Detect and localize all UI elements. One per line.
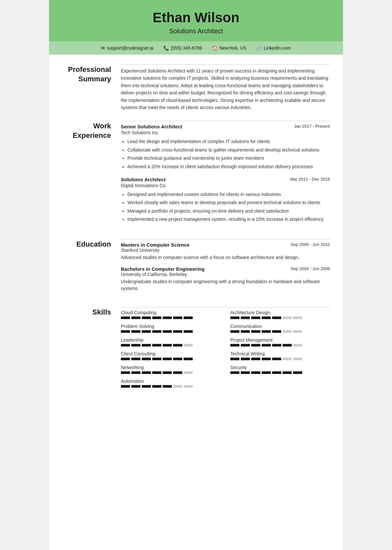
skill-segment-1-3 — [262, 316, 271, 319]
skill-name-9: Security — [230, 365, 330, 370]
edu-entry-2: Bachelors in Computer Engineering Sep 20… — [121, 266, 330, 292]
location-value: NewYork, US — [220, 45, 247, 51]
skill-bar-9 — [230, 371, 330, 374]
bullet-2-1: Designed and implemented custom solution… — [127, 191, 330, 198]
skill-name-4: Leadership — [121, 337, 220, 343]
skill-segment-8-1 — [131, 371, 140, 374]
skill-segment-1-2 — [251, 316, 260, 319]
skills-content: Cloud ComputingArchitecture DesignProble… — [121, 307, 330, 389]
skill-segment-2-1 — [131, 330, 140, 333]
skill-segment-6-2 — [142, 358, 151, 360]
edu-header-2: Bachelors in Computer Engineering Sep 20… — [121, 266, 330, 272]
candidate-name: Ethan Wilson — [56, 10, 336, 25]
skill-segment-5-5 — [283, 344, 292, 347]
edu-desc-2: Undergraduate studies in computer engine… — [121, 278, 330, 292]
work-heading: Work Experience — [62, 121, 111, 140]
skill-segment-1-4 — [272, 316, 281, 319]
skill-bar-5 — [230, 344, 330, 347]
skill-segment-6-4 — [163, 358, 172, 360]
skill-name-6: Client Consulting — [121, 351, 220, 356]
skill-segment-10-0 — [121, 385, 130, 388]
skill-segment-5-6 — [293, 344, 302, 347]
skill-segment-10-5 — [173, 385, 182, 388]
skill-segment-6-3 — [152, 358, 161, 360]
edu-school-2: University of California, Berkeley — [121, 272, 330, 277]
job-header-1: Senior Solutions Architect Jan 2017 - Pr… — [121, 124, 330, 129]
job-header-2: Solutions Architect Mar 2012 - Dec 2016 — [121, 177, 330, 182]
skill-segment-9-2 — [251, 371, 260, 374]
education-heading: Education — [62, 240, 111, 249]
skill-item-4: Leadership — [121, 337, 220, 347]
skill-segment-6-1 — [131, 358, 140, 360]
skill-bar-6 — [121, 358, 220, 360]
job-bullets-2: Designed and implemented custom solution… — [121, 191, 330, 223]
skill-segment-5-2 — [251, 344, 260, 347]
skill-segment-0-0 — [121, 316, 130, 319]
skill-segment-2-0 — [121, 330, 130, 333]
skill-segment-5-3 — [262, 344, 271, 347]
skill-item-1: Architecture Design — [230, 310, 330, 319]
education-section: Education Masters in Computer Science Se… — [62, 239, 330, 297]
skill-item-8: Networking — [121, 365, 220, 374]
phone-contact: 📞 (555) 345-6789 — [163, 45, 202, 51]
job-company-1: Tech Solutions Inc. — [121, 130, 330, 135]
skill-name-3: Communication — [230, 324, 330, 329]
skill-segment-1-0 — [230, 316, 239, 319]
linkedin-value: LinkedIn.com — [264, 45, 291, 51]
skill-name-5: Project Management — [230, 337, 330, 343]
edu-dates-2: Sep 2004 - Jun 2008 — [290, 266, 330, 271]
skill-item-0: Cloud Computing — [121, 310, 220, 319]
skill-name-7: Technical Writing — [230, 351, 330, 356]
skill-segment-9-0 — [230, 371, 239, 374]
resume-container: Ethan Wilson Solutions Architect ✉ suppo… — [49, 0, 343, 550]
skill-segment-4-2 — [142, 344, 151, 347]
summary-label: Professional Summary — [62, 64, 121, 111]
skill-bar-7 — [230, 358, 330, 360]
skill-item-3: Communication — [230, 324, 330, 333]
linkedin-icon: 🔗 — [256, 45, 262, 51]
skill-segment-0-1 — [131, 316, 140, 319]
skill-segment-6-6 — [184, 358, 193, 360]
skill-segment-7-0 — [230, 358, 239, 360]
skills-heading: Skills — [62, 308, 111, 317]
location-contact: 🏠 NewYork, US — [212, 45, 247, 51]
skill-segment-3-1 — [241, 330, 250, 333]
skill-bar-3 — [230, 330, 330, 333]
skill-segment-0-4 — [163, 316, 172, 319]
skill-segment-10-2 — [142, 385, 151, 388]
summary-content: Experienced Solutions Architect with 11 … — [121, 64, 330, 111]
phone-icon: 📞 — [163, 45, 169, 51]
skill-bar-1 — [230, 316, 330, 319]
skill-segment-9-1 — [241, 371, 250, 374]
summary-section: Professional Summary Experienced Solutio… — [62, 64, 330, 111]
skill-segment-3-2 — [251, 330, 260, 333]
skill-item-9: Security — [230, 365, 330, 374]
main-content: Professional Summary Experienced Solutio… — [49, 55, 343, 409]
email-contact: ✉ support@cvdesigner.ai — [101, 45, 154, 51]
skill-segment-0-6 — [184, 316, 193, 319]
skill-name-8: Networking — [121, 365, 220, 370]
skill-segment-7-3 — [262, 358, 271, 360]
bullet-1-3: Provide technical guidance and mentorshi… — [127, 154, 330, 162]
skill-segment-3-4 — [272, 330, 281, 333]
skill-segment-7-1 — [241, 358, 250, 360]
skill-bar-8 — [121, 371, 220, 374]
header-top: Ethan Wilson Solutions Architect — [49, 0, 343, 41]
skill-segment-2-4 — [163, 330, 172, 333]
skill-segment-1-5 — [283, 316, 292, 319]
skill-segment-4-3 — [152, 344, 161, 347]
skill-segment-1-1 — [241, 316, 250, 319]
skill-segment-8-6 — [184, 371, 193, 374]
bullet-2-3: Managed a portfolio of projects, ensurin… — [127, 207, 330, 215]
skill-segment-3-3 — [262, 330, 271, 333]
edu-dates-1: Sep 2008 - Jun 2010 — [290, 242, 330, 247]
skill-segment-3-5 — [283, 330, 292, 333]
skill-segment-2-5 — [173, 330, 182, 333]
edu-desc-1: Advanced studies in computer science wit… — [121, 254, 330, 261]
skill-segment-8-3 — [152, 371, 161, 374]
bullet-1-4: Achieved a 20% increase in client satisf… — [127, 163, 330, 170]
skill-segment-7-2 — [251, 358, 260, 360]
edu-header-1: Masters in Computer Science Sep 2008 - J… — [121, 242, 330, 248]
skill-item-2: Problem Solving — [121, 324, 220, 333]
work-section: Work Experience Senior Solutions Archite… — [62, 121, 330, 229]
